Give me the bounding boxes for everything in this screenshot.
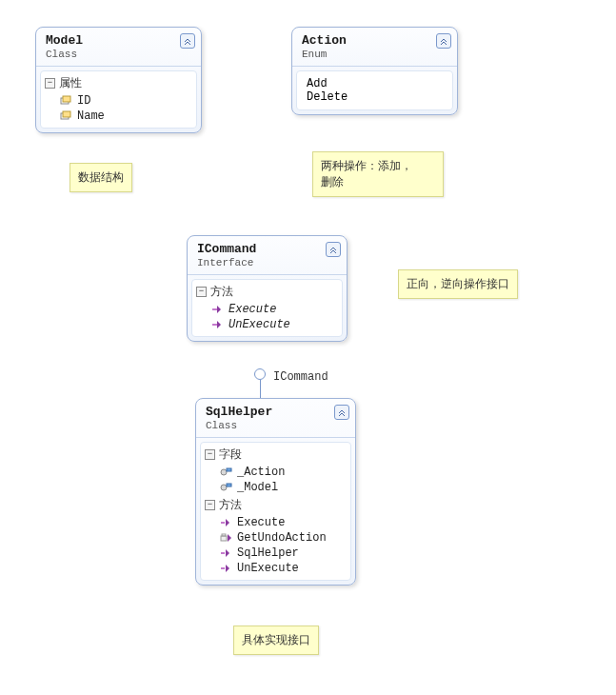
collapse-icon[interactable] xyxy=(326,242,341,257)
method-icon xyxy=(211,304,225,315)
class-header: SqlHelper Class xyxy=(196,399,355,438)
class-box-action: Action Enum Add Delete xyxy=(291,27,458,115)
member-label: UnExecute xyxy=(237,562,299,575)
section-row[interactable]: − 字段 xyxy=(201,445,350,465)
section-row[interactable]: − 方法 xyxy=(192,282,342,302)
note: 数据结构 xyxy=(70,163,132,192)
method-icon xyxy=(220,517,233,528)
minus-icon[interactable]: − xyxy=(205,500,215,510)
svg-marker-18 xyxy=(228,534,231,542)
member-label: UnExecute xyxy=(229,318,290,331)
member-label: Execute xyxy=(237,516,285,529)
interface-circle-icon xyxy=(254,368,266,380)
member-label: Execute xyxy=(229,303,276,316)
svg-marker-22 xyxy=(226,565,229,572)
member-row: Execute xyxy=(192,302,342,317)
property-icon xyxy=(60,110,73,122)
class-header: Action Enum xyxy=(292,28,457,67)
section-title: 方法 xyxy=(219,497,242,513)
svg-rect-7 xyxy=(212,324,216,326)
method-icon xyxy=(220,547,233,559)
class-title: Action xyxy=(302,33,449,48)
svg-marker-20 xyxy=(226,549,229,557)
note-text: 正向，逆向操作接口 xyxy=(407,278,509,291)
svg-rect-17 xyxy=(222,534,226,536)
section-title: 属性 xyxy=(59,75,82,91)
class-body: − 属性 ID Name xyxy=(40,70,197,129)
member-label: Name xyxy=(77,109,105,123)
note-text: 两种操作：添加， xyxy=(321,158,435,174)
note: 两种操作：添加， 删除 xyxy=(312,151,444,197)
class-header: ICommand Interface xyxy=(188,236,347,275)
method-private-icon xyxy=(220,532,233,544)
member-row: UnExecute xyxy=(192,317,342,332)
svg-rect-19 xyxy=(221,552,225,554)
class-body: − 方法 Execute UnExecute xyxy=(191,279,343,337)
note: 正向，逆向操作接口 xyxy=(398,269,518,299)
minus-icon[interactable]: − xyxy=(205,449,215,460)
class-stereo: Class xyxy=(46,49,193,60)
field-icon xyxy=(220,482,233,493)
interface-lollipop xyxy=(254,368,266,399)
class-stereo: Enum xyxy=(302,49,449,60)
collapse-icon[interactable] xyxy=(334,405,349,420)
svg-rect-3 xyxy=(63,111,70,117)
svg-rect-16 xyxy=(221,536,227,541)
property-icon xyxy=(60,95,73,107)
class-title: ICommand xyxy=(197,242,339,256)
svg-marker-15 xyxy=(226,519,229,526)
svg-rect-1 xyxy=(63,96,70,102)
minus-icon[interactable]: − xyxy=(196,287,207,297)
member-label: GetUndoAction xyxy=(237,531,327,545)
collapse-icon[interactable] xyxy=(436,33,451,49)
class-body: Add Delete xyxy=(296,70,453,110)
svg-rect-11 xyxy=(227,468,231,471)
connector-line xyxy=(260,380,261,399)
class-box-icommand: ICommand Interface − 方法 Execute UnExecut… xyxy=(187,235,348,342)
note-text: 删除 xyxy=(321,174,435,190)
member-label: _Action xyxy=(237,466,285,479)
svg-rect-21 xyxy=(221,567,225,569)
svg-point-10 xyxy=(221,469,227,475)
class-stereo: Interface xyxy=(197,257,339,268)
method-icon xyxy=(220,563,233,574)
member-row: _Action xyxy=(201,465,350,480)
class-title: Model xyxy=(46,33,193,48)
svg-point-12 xyxy=(221,485,227,490)
class-header: Model Class xyxy=(36,28,201,67)
svg-rect-4 xyxy=(212,308,216,310)
svg-marker-9 xyxy=(217,321,221,328)
member-label: Delete xyxy=(307,90,443,104)
member-row: GetUndoAction xyxy=(201,530,350,546)
class-title: SqlHelper xyxy=(206,405,348,419)
minus-icon[interactable]: − xyxy=(45,78,55,89)
method-icon xyxy=(211,319,225,330)
class-stereo: Class xyxy=(206,420,348,431)
class-box-model: Model Class − 属性 ID Name xyxy=(35,27,202,133)
svg-rect-14 xyxy=(221,522,225,524)
section-row[interactable]: − 方法 xyxy=(201,495,350,515)
svg-rect-13 xyxy=(227,484,231,486)
member-label: SqlHelper xyxy=(237,546,299,560)
member-row: SqlHelper xyxy=(201,546,350,561)
field-icon xyxy=(220,467,233,478)
member-label: Add xyxy=(307,77,443,90)
member-label: _Model xyxy=(237,481,278,494)
member-row: Execute xyxy=(201,515,350,530)
section-row[interactable]: − 属性 xyxy=(41,73,196,93)
section-title: 方法 xyxy=(210,284,233,300)
member-row: ID xyxy=(41,93,196,109)
svg-marker-6 xyxy=(217,306,221,313)
note-text: 数据结构 xyxy=(78,171,124,185)
interface-label: ICommand xyxy=(273,370,328,384)
note-text: 具体实现接口 xyxy=(242,634,310,647)
member-label: ID xyxy=(77,94,90,108)
note: 具体实现接口 xyxy=(233,626,319,655)
member-row: _Model xyxy=(201,480,350,495)
member-row: UnExecute xyxy=(201,561,350,576)
member-row: Name xyxy=(41,109,196,124)
section-title: 字段 xyxy=(219,447,242,463)
class-body: − 字段 _Action _Model − 方法 Execute xyxy=(200,442,351,581)
collapse-icon[interactable] xyxy=(180,33,195,49)
class-box-sqlhelper: SqlHelper Class − 字段 _Action _Model − 方法 xyxy=(195,398,356,586)
